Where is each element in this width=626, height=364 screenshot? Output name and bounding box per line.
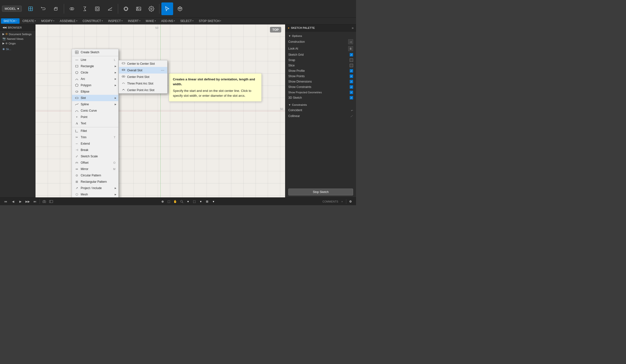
view-frame-btn[interactable]: ⬚: [166, 199, 171, 204]
menu-item-project[interactable]: ↗ Project / Include: [72, 185, 118, 191]
menu-insert[interactable]: INSERT ▾: [125, 18, 143, 24]
show-points-checkbox[interactable]: [350, 74, 353, 78]
playback-skip-start[interactable]: ⏮: [3, 199, 8, 204]
model-dropdown-arrow[interactable]: ▾: [17, 7, 19, 10]
sidebar-item-origin[interactable]: ▶ ⊕ Origin: [1, 41, 34, 46]
look-at-btn[interactable]: 🗓: [348, 46, 353, 51]
palette-expand-icon[interactable]: »: [352, 26, 353, 30]
menu-item-rect-pattern[interactable]: ⊞ Rectangular Pattern: [72, 179, 118, 185]
extrude-btn[interactable]: [50, 2, 62, 15]
menu-item-polygon[interactable]: Polygon: [72, 82, 118, 88]
menu-item-arc[interactable]: Arc: [72, 76, 118, 82]
palette-section-constraints[interactable]: ▼ Constraints: [288, 102, 353, 107]
construction-btn[interactable]: ◁: [348, 39, 353, 44]
menu-item-fillet[interactable]: Fillet: [72, 128, 118, 134]
playback-next[interactable]: ▶▶: [25, 199, 30, 204]
menu-item-line[interactable]: — Line L: [72, 57, 118, 63]
menu-modify-arrow: ▾: [53, 20, 54, 22]
camera-icon-2[interactable]: [49, 199, 54, 204]
menu-make[interactable]: MAKE ▾: [143, 18, 158, 24]
menu-stop-sketch[interactable]: STOP SKETCH ▾: [196, 18, 224, 24]
create-sketch-btn[interactable]: [25, 2, 37, 15]
playback-skip-end[interactable]: ⏭: [32, 199, 38, 204]
palette-row-collinear: Collinear ⟋: [288, 113, 353, 119]
snap-checkbox[interactable]: [350, 58, 353, 62]
menu-construct[interactable]: CONSTRUCT ▾: [80, 18, 105, 24]
menu-offset-label: Offset: [81, 161, 88, 165]
playback-play[interactable]: ▶: [18, 199, 23, 204]
show-dims-checkbox[interactable]: [350, 80, 353, 83]
menu-item-break[interactable]: ⊣ Break: [72, 147, 118, 153]
sigma-btn[interactable]: [79, 2, 90, 15]
palette-section-options[interactable]: ▼ Options: [288, 33, 353, 38]
menu-item-text[interactable]: A Text: [72, 120, 118, 127]
menu-item-point[interactable]: + Point: [72, 114, 118, 120]
combine-btn[interactable]: [66, 2, 78, 15]
circ-pattern-icon: ⊙: [75, 173, 79, 177]
menu-item-scale[interactable]: ⤢ Sketch Scale: [72, 153, 118, 160]
view-display-btn[interactable]: ⬚: [192, 199, 197, 204]
undo-btn[interactable]: [38, 2, 49, 15]
view-zoom-dropdown[interactable]: ▾: [186, 199, 191, 204]
view-grid-btn[interactable]: ⊞: [205, 199, 210, 204]
menu-item-extend[interactable]: ↔ Extend: [72, 140, 118, 147]
menu-item-slot[interactable]: Slot: [72, 95, 118, 101]
view-pan-btn[interactable]: ✋: [173, 199, 178, 204]
show-profile-checkbox[interactable]: [350, 69, 353, 72]
menu-item-trim[interactable]: ✂ Trim T: [72, 134, 118, 140]
menu-item-ellipse[interactable]: Ellipse: [72, 88, 118, 95]
show-projected-checkbox[interactable]: [350, 91, 353, 94]
shell-btn[interactable]: [91, 2, 103, 15]
sidebar-collapse-icon[interactable]: ◀◀: [2, 26, 6, 29]
menu-modify[interactable]: MODIFY ▾: [39, 18, 57, 24]
sketch-grid-checkbox[interactable]: [350, 53, 353, 56]
submenu-overall[interactable]: Overall Slot ⋯: [119, 67, 167, 73]
menu-item-create-sketch[interactable]: Create Sketch: [72, 49, 118, 55]
menu-item-circ-pattern[interactable]: ⊙ Circular Pattern: [72, 172, 118, 179]
show-constraints-checkbox[interactable]: [350, 85, 353, 89]
submenu-center-center[interactable]: Center to Center Slot: [119, 60, 167, 67]
sidebar-item-named[interactable]: 📷 Named Views: [1, 36, 34, 41]
canvas-btn[interactable]: [133, 2, 145, 15]
loft-btn[interactable]: [104, 2, 116, 15]
canvas-area[interactable]: 50 50 TOP Create Sketch — Line L: [36, 24, 285, 198]
submenu-center-point[interactable]: Center Point Slot: [119, 73, 167, 80]
select-btn[interactable]: [161, 2, 173, 15]
sidebar-item-sketch[interactable]: ◉ Sk...: [1, 47, 34, 51]
submenu-center-point-arc[interactable]: Center Point Arc Slot: [119, 87, 167, 93]
menu-assemble[interactable]: ASSEMBLE ▾: [57, 18, 80, 24]
menu-select[interactable]: SELECT ▾: [178, 18, 196, 24]
menu-create[interactable]: CREATE ▾: [20, 18, 39, 24]
stop-sketch-palette-btn[interactable]: Stop Sketch: [288, 189, 353, 196]
comments-label: COMMENTS: [322, 200, 338, 203]
menu-sketch[interactable]: SKETCH ▾: [1, 18, 20, 24]
sidebar-item-document[interactable]: ▶ ⚙ Document Settings: [1, 32, 34, 36]
add-comment-btn[interactable]: +: [340, 199, 345, 204]
view-zoom-btn[interactable]: [179, 199, 184, 204]
menu-item-circle[interactable]: Circle: [72, 69, 118, 76]
3d-sketch-checkbox[interactable]: [350, 96, 353, 99]
view-cube-btn[interactable]: [174, 2, 186, 15]
menu-item-conic[interactable]: Conic Curve: [72, 107, 118, 114]
appearance-btn[interactable]: [120, 2, 132, 15]
menu-stop-sketch-arrow: ▾: [220, 20, 221, 22]
menu-inspect[interactable]: INSPECT ▾: [106, 18, 125, 24]
camera-icon-1[interactable]: [42, 199, 47, 204]
tooltip-title: Creates a linear slot defined by orienta…: [173, 77, 258, 87]
model-selector[interactable]: MODEL ▾: [2, 6, 22, 12]
playback-prev[interactable]: ◀: [10, 199, 16, 204]
menu-addins[interactable]: ADD-INS ▾: [159, 18, 177, 24]
view-home-btn[interactable]: ⊕: [160, 199, 165, 204]
menu-item-mirror[interactable]: ⇔ Mirror M: [72, 166, 118, 172]
palette-title: SKETCH PALETTE: [291, 26, 315, 29]
menu-item-rectangle[interactable]: Rectangle: [72, 63, 118, 69]
view-grid-dropdown[interactable]: ▾: [211, 199, 216, 204]
menu-item-offset[interactable]: Offset O: [72, 160, 118, 166]
submenu-three-point-arc[interactable]: Three Point Arc Slot: [119, 80, 167, 87]
settings-bottom-btn[interactable]: ⚙: [348, 199, 353, 204]
menu-item-mesh[interactable]: ⬡ Mesh: [72, 191, 118, 198]
menu-item-spline[interactable]: Spline: [72, 101, 118, 107]
settings-btn[interactable]: [146, 2, 157, 15]
slice-checkbox[interactable]: [350, 64, 353, 67]
view-display-dropdown[interactable]: ▾: [198, 199, 203, 204]
